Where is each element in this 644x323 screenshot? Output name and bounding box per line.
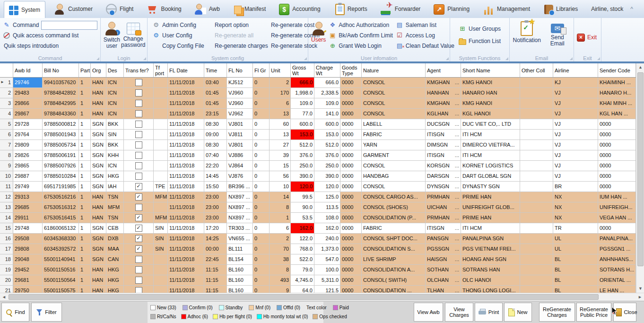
- cell-goods[interactable]: 0000: [340, 275, 362, 285]
- agent-ellipsis-button[interactable]: ...: [455, 142, 459, 150]
- cell-charge[interactable]: 5,311.0: [314, 275, 340, 285]
- transfer-checkbox[interactable]: [135, 173, 142, 180]
- cell-time[interactable]: 17:20: [204, 223, 227, 233]
- cell-short[interactable]: PRIME HAN: [461, 192, 520, 202]
- cell-org[interactable]: HAN: [91, 109, 106, 119]
- cell-bill[interactable]: 97885007926: [43, 161, 79, 171]
- bk-awb-confirm-limit-item[interactable]: ▣Bk/Awb Confirm Limit: [329, 30, 392, 41]
- cell-bill[interactable]: 97885001943: [43, 130, 79, 140]
- cell-send[interactable]: 0000: [598, 171, 636, 181]
- cell-tf[interactable]: [154, 119, 168, 129]
- cell-charge[interactable]: 108.0: [314, 213, 340, 223]
- cell-air[interactable]: BL: [553, 265, 598, 275]
- cell-part[interactable]: 1: [79, 286, 91, 293]
- cell-awb[interactable]: 29313: [13, 192, 43, 202]
- cell-short[interactable]: PANALPINA SGN: [461, 234, 520, 244]
- cell-time[interactable]: 08:30: [204, 140, 227, 150]
- collapse-ribbon-icon[interactable]: ^: [628, 6, 635, 12]
- cell-short[interactable]: PGS VIETNAM FREI...: [461, 244, 520, 254]
- cell-short[interactable]: DUC VIET CO,.. LTD: [461, 119, 520, 129]
- cell-gross[interactable]: 64.0: [291, 286, 314, 293]
- cell-send[interactable]: IUM HAN ...: [598, 192, 636, 202]
- cell-goods[interactable]: 0000: [340, 286, 362, 293]
- cell-gross[interactable]: 122.0: [291, 234, 314, 244]
- cell-gr[interactable]: 0: [253, 254, 270, 264]
- cell-unit[interactable]: 2: [270, 78, 291, 87]
- cell-tf[interactable]: [154, 254, 168, 264]
- view-charges-button[interactable]: View Charges: [445, 303, 473, 322]
- cell-goods[interactable]: 0000: [340, 98, 362, 108]
- cell-unit[interactable]: 9: [270, 286, 291, 293]
- cell-gr[interactable]: 0: [253, 109, 270, 119]
- cell-part[interactable]: 1: [79, 78, 91, 87]
- cell-nat[interactable]: FABRIC: [362, 130, 426, 140]
- tab-customer[interactable]: Customer: [49, 0, 97, 18]
- cell-tr[interactable]: [124, 265, 154, 275]
- cell-gr[interactable]: 0: [253, 171, 270, 181]
- cell-charge[interactable]: 2,338.5: [314, 88, 340, 98]
- cell-oc[interactable]: [520, 119, 553, 129]
- cell-nat[interactable]: CONSOL: [362, 98, 426, 108]
- cell-date[interactable]: 11/11/2018: [168, 275, 204, 285]
- cell-awb[interactable]: 29749: [13, 182, 43, 192]
- agent-ellipsis-button[interactable]: ...: [455, 194, 459, 202]
- cell-air[interactable]: BR: [553, 182, 598, 192]
- cell-nat[interactable]: CONSOLIDATION S...: [362, 244, 426, 254]
- cell-org[interactable]: HAN: [91, 213, 106, 223]
- cell-goods[interactable]: 0000: [340, 202, 362, 212]
- cell-send[interactable]: 0000: [598, 161, 636, 171]
- cell-goods[interactable]: 0000: [340, 182, 362, 192]
- cell-gr[interactable]: 0: [253, 140, 270, 150]
- cell-charge[interactable]: 376.0: [314, 150, 340, 160]
- cell-des[interactable]: CAN: [106, 254, 124, 264]
- cell-org[interactable]: SGN: [91, 182, 106, 192]
- cell-des[interactable]: HKG: [106, 171, 124, 181]
- cell-tf[interactable]: [154, 130, 168, 140]
- cell-short[interactable]: ITI HCM: [461, 223, 520, 233]
- cell-tr[interactable]: [124, 78, 154, 87]
- cell-agent[interactable]: PRMHAN...: [426, 192, 461, 202]
- cell-part[interactable]: 1: [79, 182, 91, 192]
- cell-send[interactable]: KGL HAN ...: [598, 109, 636, 119]
- cell-fl[interactable]: VJ864: [227, 161, 253, 171]
- transfer-checkbox[interactable]: [135, 256, 142, 263]
- cell-awb[interactable]: 29750: [13, 286, 43, 293]
- column-header-air[interactable]: Airline: [553, 63, 598, 77]
- column-header-date[interactable]: FL Date: [168, 63, 204, 77]
- cell-org[interactable]: HAN: [91, 286, 106, 293]
- cell-tr[interactable]: [124, 150, 154, 160]
- cell-air[interactable]: TR: [553, 223, 598, 233]
- cell-tf[interactable]: [154, 275, 168, 285]
- cell-unit[interactable]: 8: [270, 265, 291, 275]
- row-header[interactable]: 7: [0, 140, 13, 150]
- cell-fl[interactable]: VN655 ...: [227, 234, 253, 244]
- agent-ellipsis-button[interactable]: ...: [455, 173, 459, 181]
- cell-tf[interactable]: [154, 109, 168, 119]
- cell-oc[interactable]: [520, 202, 553, 212]
- cell-fl[interactable]: KJ512: [227, 78, 253, 87]
- cell-air[interactable]: BL: [553, 286, 598, 293]
- cell-des[interactable]: ICN: [106, 98, 124, 108]
- cell-agent[interactable]: KGLHAN...: [426, 109, 461, 119]
- cell-goods[interactable]: 0000: [340, 119, 362, 129]
- transfer-checkbox[interactable]: ✓: [135, 245, 142, 253]
- cell-gr[interactable]: 0: [253, 213, 270, 223]
- transfer-checkbox[interactable]: [135, 204, 142, 211]
- cell-des[interactable]: MFM: [106, 202, 124, 212]
- scroll-up-icon[interactable]: ▲: [636, 63, 644, 71]
- cell-agent[interactable]: DARSGN...: [426, 171, 461, 181]
- cell-goods[interactable]: 0000: [340, 78, 362, 87]
- row-header[interactable]: 10: [0, 171, 13, 181]
- column-header-des[interactable]: Des: [106, 63, 124, 77]
- cell-tr[interactable]: [124, 130, 154, 140]
- cell-org[interactable]: HAN: [91, 98, 106, 108]
- report-option-item[interactable]: Report option: [205, 20, 258, 30]
- cell-goods[interactable]: 0000: [340, 254, 362, 264]
- cell-time[interactable]: 11:15: [204, 275, 227, 285]
- column-header-nat[interactable]: Nature: [362, 63, 426, 77]
- cell-tf[interactable]: SIN: [154, 223, 168, 233]
- cell-tr[interactable]: ✓: [124, 223, 154, 233]
- exit-button[interactable]: Exit: [577, 32, 599, 43]
- cell-charge[interactable]: 1,373.0: [314, 244, 340, 254]
- cell-tf[interactable]: [154, 150, 168, 160]
